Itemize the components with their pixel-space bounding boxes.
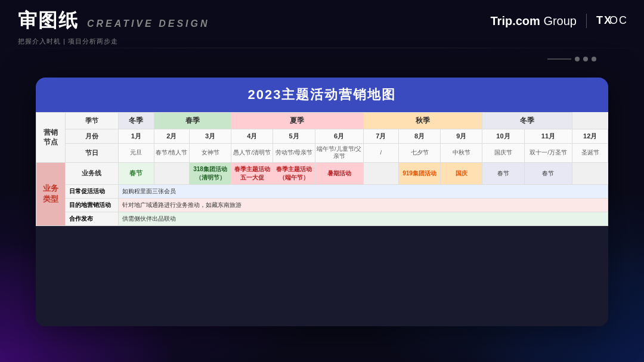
season-summer: 夏季 — [231, 113, 363, 129]
holiday-row: 节日 元旦 春节/情人节 女神节 愚人节/清明节 劳动节/母亲节 端午节/儿童节… — [36, 144, 608, 163]
act-big-promo: 春季主题活动五一大促 — [231, 162, 273, 184]
act-aug-empty — [363, 162, 398, 184]
info-content-daily: 如购程里面三张会员 — [119, 184, 608, 198]
holiday-12: 圣诞节 — [572, 144, 608, 163]
month-8: 8月 — [398, 129, 440, 144]
info-label-dest: 目的地营销活动 — [65, 198, 119, 212]
header-cell-marketing: 营销节点 — [36, 113, 66, 163]
season-row: 营销节点 季节 冬季 春季 夏季 秋季 冬季 — [36, 113, 608, 129]
table-wrap: 营销节点 季节 冬季 春季 夏季 秋季 冬季 月份 1月 2月 3月 4月 5月… — [36, 112, 608, 226]
holiday-10: 国庆节 — [482, 144, 524, 163]
coop-row: 合作发布 供需侧伙伴出品联动 — [36, 212, 608, 225]
header-left: 审图纸 CREATIVE DESIGN — [18, 8, 210, 34]
holiday-8: 七夕节 — [398, 144, 440, 163]
category-label-biz: 业务类型 — [36, 162, 66, 225]
holiday-7: / — [363, 144, 398, 163]
act-spring-winter-1: 春节 — [482, 162, 524, 184]
card-title: 2023主题活动营销地图 — [248, 87, 397, 102]
header-cell-bizline: 业务线 — [65, 162, 119, 184]
header-rule — [0, 48, 644, 48]
holiday-5: 劳动节/母亲节 — [273, 144, 315, 163]
deco-line — [547, 58, 571, 60]
dest-marketing-row: 目的地营销活动 针对地广域通路进行业务推动，如藏东南旅游 — [36, 198, 608, 212]
header-cell-holiday: 节日 — [65, 144, 119, 163]
holiday-9: 中秋节 — [441, 144, 482, 163]
act-national-day: 国庆 — [441, 162, 482, 184]
act-feb-empty — [154, 162, 189, 184]
holiday-1: 元旦 — [119, 144, 154, 163]
info-label-coop: 合作发布 — [65, 212, 119, 225]
page-subtitle: CREATIVE DESIGN — [87, 18, 210, 29]
page-title: 审图纸 — [18, 8, 79, 34]
month-3: 3月 — [190, 129, 231, 144]
month-11: 11月 — [524, 129, 572, 144]
holiday-11: 双十一/万圣节 — [524, 144, 572, 163]
info-content-dest: 针对地广域通路进行业务推动，如藏东南旅游 — [119, 198, 608, 212]
month-4: 4月 — [231, 129, 273, 144]
month-5: 5月 — [273, 129, 315, 144]
card-bottom-fade — [36, 302, 608, 326]
month-10: 10月 — [482, 129, 524, 144]
month-12: 12月 — [572, 129, 608, 144]
act-318: 318集团活动（清明节） — [190, 162, 231, 184]
deco-dot-3 — [592, 57, 596, 61]
month-1: 1月 — [119, 129, 154, 144]
main-card: 2023主题活动营销地图 — [36, 78, 608, 326]
header: 审图纸 CREATIVE DESIGN Trip.com Group TX OC — [0, 0, 644, 42]
season-winter-left: 冬季 — [119, 113, 154, 129]
deco-dots — [547, 57, 596, 61]
month-6: 6月 — [315, 129, 363, 144]
header-right: Trip.com Group TX OC — [490, 13, 626, 30]
info-label-daily: 日常促活活动 — [65, 184, 119, 198]
month-7: 7月 — [363, 129, 398, 144]
act-summer-holiday: 暑期活动 — [315, 162, 363, 184]
season-winter-right: 冬季 — [482, 113, 572, 129]
brand-name: Trip.com Group — [490, 14, 577, 28]
card-header: 2023主题活动营销地图 — [36, 78, 608, 112]
season-autumn: 秋季 — [363, 113, 482, 129]
deco-dot-2 — [583, 57, 588, 61]
marketing-table: 营销节点 季节 冬季 春季 夏季 秋季 冬季 月份 1月 2月 3月 4月 5月… — [36, 112, 608, 226]
deco-dot-1 — [575, 57, 580, 61]
holiday-6: 端午节/儿童节/父亲节 — [315, 144, 363, 163]
brand-logo: TX OC — [596, 13, 626, 30]
month-9: 9月 — [441, 129, 482, 144]
act-919: 919集团活动 — [398, 162, 440, 184]
holiday-4: 愚人节/清明节 — [231, 144, 273, 163]
daily-promo-row: 日常促活活动 如购程里面三张会员 — [36, 184, 608, 198]
header-divider — [586, 14, 587, 28]
header-cell-season: 季节 — [65, 113, 119, 129]
activity-row: 业务类型 业务线 春节 318集团活动（清明节） 春季主题活动五一大促 春季主题… — [36, 162, 608, 184]
header-cell-month: 月份 — [65, 129, 119, 144]
svg-text:OC: OC — [609, 14, 626, 26]
act-spring-winter-2: 春节 — [524, 162, 572, 184]
season-spring: 春季 — [154, 113, 231, 129]
holiday-3: 女神节 — [190, 144, 231, 163]
holiday-2: 春节/情人节 — [154, 144, 189, 163]
info-content-coop: 供需侧伙伴出品联动 — [119, 212, 608, 225]
act-spring-festival-1: 春节 — [119, 162, 154, 184]
month-row: 月份 1月 2月 3月 4月 5月 6月 7月 8月 9月 10月 11月 12… — [36, 129, 608, 144]
act-dragon-boat: 春季主题活动（端午节） — [273, 162, 315, 184]
subtitle-bar: 把握介入时机 | 项目分析两步走 — [18, 37, 118, 46]
month-2: 2月 — [154, 129, 189, 144]
